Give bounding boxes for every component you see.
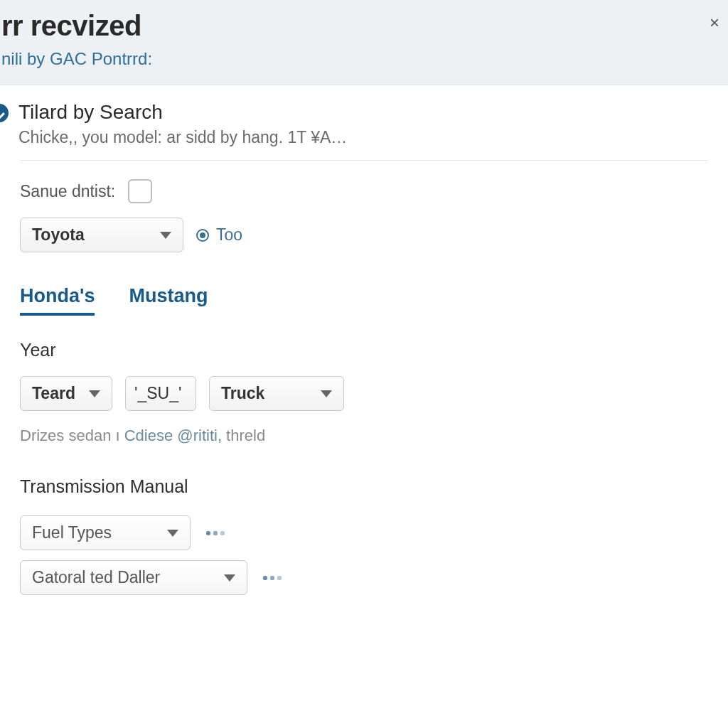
- tab-hondas[interactable]: Honda's: [20, 285, 95, 316]
- hint-post: threld: [222, 427, 265, 444]
- body-hint: Drizes sedan ı Cdiese @rititi, threld: [20, 427, 708, 445]
- page-header: rr recvized nili by GAC Pontrrd: ×: [0, 0, 728, 85]
- tab-mustang[interactable]: Mustang: [129, 285, 208, 316]
- more-icon[interactable]: [206, 531, 225, 535]
- chevron-down-icon: [89, 390, 100, 397]
- make-radio-label: Too: [216, 225, 242, 245]
- chevron-down-icon: [224, 574, 235, 582]
- dealer-dropdown-value: Gatoral ted Daller: [32, 568, 160, 587]
- model-tabs: Honda's Mustang: [20, 285, 708, 316]
- make-radio-too[interactable]: Too: [196, 225, 242, 245]
- year-dd3-value: Truck: [221, 384, 264, 403]
- transmission-label: Transmission Manual: [20, 476, 708, 497]
- year-label: Year: [20, 340, 708, 360]
- make-row: Toyota Too: [20, 218, 708, 252]
- fuel-dropdown[interactable]: Fuel Types: [20, 515, 191, 550]
- close-icon[interactable]: ×: [710, 13, 719, 33]
- hint-link-1[interactable]: Cdiese: [124, 427, 173, 444]
- section-description: Chicke,, you model: ar sidd by hang. 1T …: [18, 128, 347, 147]
- fuel-dropdown-value: Fuel Types: [32, 523, 112, 542]
- year-dd1-value: Teard: [32, 384, 75, 403]
- hint-mid: @rititi,: [173, 427, 222, 444]
- more-icon[interactable]: [263, 576, 282, 580]
- page-subtitle: nili by GAC Pontrrd:: [0, 49, 728, 69]
- section-head-text: Tilard by Search Chicke,, you model: ar …: [18, 101, 347, 147]
- hint-pre: Drizes sedan ı: [20, 427, 124, 444]
- make-dropdown[interactable]: Toyota: [20, 218, 183, 252]
- check-circle-icon: [0, 104, 9, 122]
- section-title: Tilard by Search: [18, 101, 347, 124]
- save-label: Sanue dntist:: [20, 182, 115, 201]
- chevron-down-icon: [167, 530, 178, 537]
- chevron-down-icon: [321, 390, 332, 397]
- save-row: Sanue dntist:: [20, 179, 708, 203]
- year-dd2-value: '_SU_': [134, 384, 181, 403]
- chevron-down-icon: [160, 232, 171, 239]
- year-dropdown-2[interactable]: '_SU_': [125, 376, 196, 411]
- section-head: Tilard by Search Chicke,, you model: ar …: [20, 101, 708, 161]
- save-checkbox[interactable]: [128, 179, 152, 203]
- dealer-dropdown[interactable]: Gatoral ted Daller: [20, 560, 247, 595]
- dealer-row: Gatoral ted Daller: [20, 560, 708, 595]
- tab-label: Mustang: [129, 285, 208, 306]
- page-title: rr recvized: [0, 10, 728, 42]
- fuel-row: Fuel Types: [20, 515, 708, 550]
- tab-label: Honda's: [20, 285, 95, 306]
- radio-icon: [196, 229, 209, 242]
- year-dropdown-3[interactable]: Truck: [209, 376, 344, 411]
- year-dropdown-1[interactable]: Teard: [20, 376, 112, 411]
- make-dropdown-value: Toyota: [32, 225, 85, 245]
- search-section: Tilard by Search Chicke,, you model: ar …: [0, 85, 728, 595]
- year-dropdown-row: Teard '_SU_' Truck: [20, 376, 708, 411]
